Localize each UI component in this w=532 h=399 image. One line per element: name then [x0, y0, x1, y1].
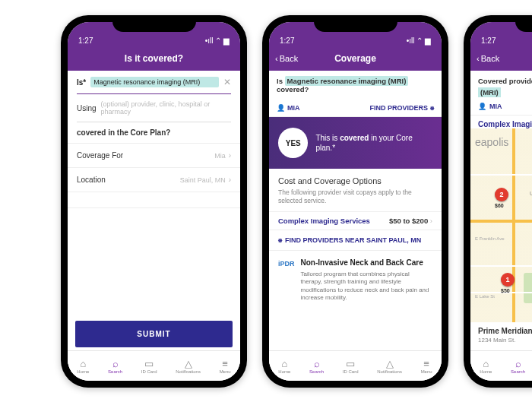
menu-icon: ≡: [222, 359, 228, 369]
covered-providers-text: Covered providers for Magnetic re: [470, 71, 532, 88]
tab-id-card[interactable]: ▭ID Card: [141, 359, 157, 374]
program-description: Tailored program that combines physical …: [301, 271, 432, 302]
find-providers-link[interactable]: FIND PROVIDERS ⎈: [369, 104, 434, 112]
id-card-icon: ▭: [144, 359, 154, 369]
phone-mockup-1: 1:27 •ıll ⌃ ▆ Is it covered? Is* Magneti…: [61, 15, 247, 388]
coverage-question: Is Magnetic resonance imaging (MRI) cove…: [269, 71, 442, 100]
submit-button[interactable]: SUBMIT: [75, 321, 233, 347]
cost-section-subtitle: The following provider visit copays appl…: [269, 188, 442, 211]
search-icon: ⌕: [314, 359, 320, 369]
yes-badge: YES: [278, 128, 308, 158]
search-icon: ⌕: [112, 359, 119, 369]
nav-title: ‹Back Providers: [470, 46, 532, 71]
location-row[interactable]: Location Saint Paul, MN›: [68, 167, 240, 192]
tab-home[interactable]: ⌂Home: [278, 359, 290, 374]
map-city-label: eapolis: [475, 136, 508, 148]
is-input[interactable]: Magnetic resonance imaging (MRI): [90, 77, 219, 87]
search-icon: ⌕: [515, 359, 521, 369]
coverage-banner: YES This is covered in your Core plan.*: [269, 117, 442, 169]
nav-title: ‹Back Coverage: [269, 46, 442, 71]
back-button[interactable]: ‹Back: [275, 46, 298, 71]
tab-home[interactable]: ⌂Home: [77, 359, 89, 374]
tab-search[interactable]: ⌕Search: [108, 359, 122, 374]
tab-bar: ⌂Home ⌕Search ▭ID Card △Notifications ≡M…: [269, 350, 442, 381]
user-icon: 👤: [478, 103, 486, 110]
tab-bar: ⌂Home ⌕Search ▭ID Card △Notifications ≡M…: [470, 350, 532, 381]
tab-search[interactable]: ⌕Search: [511, 359, 525, 374]
using-input[interactable]: (optional) provider, clinic, hospital or…: [101, 100, 231, 116]
provider-group-label: Complex Imaging: [470, 116, 532, 128]
tab-home[interactable]: ⌂Home: [480, 359, 492, 374]
map-pin[interactable]: 2: [495, 188, 508, 201]
program-logo: iPDR: [278, 258, 295, 302]
cost-section-title: Cost and Coverage Options: [269, 169, 442, 188]
is-label: Is*: [77, 78, 86, 87]
covered-in-plan-text: covered in the Core Plan?: [68, 122, 240, 143]
chevron-left-icon: ‹: [275, 54, 278, 63]
coverage-for-row[interactable]: Coverage For Mia›: [68, 143, 240, 167]
tab-notifications[interactable]: △Notifications: [377, 359, 402, 374]
chevron-right-icon: ›: [430, 217, 432, 225]
using-label: Using: [77, 104, 97, 112]
tab-id-card[interactable]: ▭ID Card: [343, 359, 359, 374]
pin-icon: ⎈: [430, 104, 434, 112]
bell-icon: △: [386, 359, 394, 369]
home-icon: ⌂: [80, 359, 86, 369]
service-price-row[interactable]: Complex Imaging Services $50 to $200 ›: [269, 211, 442, 230]
user-name: MIA: [489, 103, 502, 110]
find-providers-near-link[interactable]: ⎈ FIND PROVIDERS NEAR SAINT PAUL, MN: [269, 230, 442, 251]
map-pin[interactable]: 1: [501, 273, 515, 287]
back-button[interactable]: ‹Back: [477, 46, 499, 71]
id-card-icon: ▭: [346, 359, 355, 369]
phone-mockup-2: 1:27 •ıll ⌃ ▆ ‹Back Coverage Is Magnetic…: [262, 15, 448, 388]
chevron-right-icon: ›: [229, 151, 231, 160]
clear-icon[interactable]: ✕: [223, 77, 231, 87]
tab-bar: ⌂Home ⌕Search ▭ID Card △Notifications ≡M…: [68, 350, 240, 381]
nav-title: Is it covered?: [68, 46, 240, 71]
provider-card[interactable]: Prime Meridian Clinic 1234 Main St.: [470, 322, 532, 344]
tab-menu[interactable]: ≡Menu: [220, 359, 231, 374]
provider-address: 1234 Main St.: [478, 337, 532, 344]
program-title: Non-Invasive Neck and Back Care: [301, 258, 432, 268]
user-icon: 👤: [277, 104, 285, 112]
provider-name: Prime Meridian Clinic: [478, 327, 532, 335]
home-icon: ⌂: [281, 359, 287, 369]
provider-map[interactable]: wart Park eapolis U.S. Bank Stadium E Fr…: [470, 128, 532, 322]
home-icon: ⌂: [483, 359, 489, 369]
tab-menu[interactable]: ≡Menu: [421, 359, 432, 374]
phone-mockup-3: 1:27 •ıll ⌃ ▆ ‹Back Providers Covered pr…: [464, 15, 532, 388]
bell-icon: △: [185, 359, 192, 369]
tab-search[interactable]: ⌕Search: [309, 359, 324, 374]
chevron-right-icon: ›: [229, 176, 231, 184]
user-name: MIA: [287, 104, 300, 112]
program-card[interactable]: iPDR Non-Invasive Neck and Back Care Tai…: [269, 251, 442, 310]
pin-icon: ⎈: [278, 236, 282, 244]
tab-notifications[interactable]: △Notifications: [176, 359, 201, 374]
chevron-left-icon: ‹: [477, 54, 480, 63]
menu-icon: ≡: [423, 359, 429, 369]
